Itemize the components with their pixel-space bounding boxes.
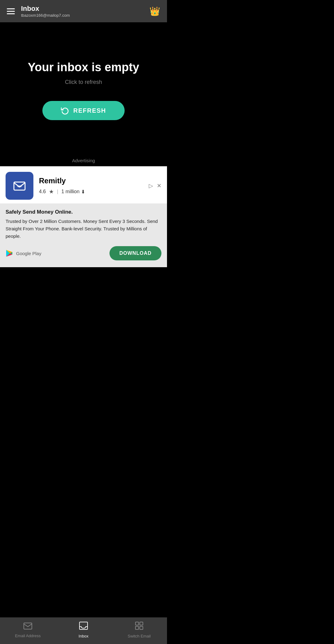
- ad-footer: Google Play DOWNLOAD: [6, 246, 161, 260]
- header-email: tbazoxm166@mailop7.com: [21, 13, 70, 18]
- ad-close-icon[interactable]: ✕: [157, 182, 161, 189]
- refresh-button[interactable]: REFRESH: [42, 101, 125, 120]
- empty-inbox-title: Your inbox is empty: [28, 61, 139, 74]
- main-content: Your inbox is empty Click to refresh REF…: [0, 22, 167, 152]
- app-header: Inbox tbazoxm166@mailop7.com 👑: [0, 0, 167, 22]
- ad-top: Remitly 4.6 ★ | 1 million ⬇ ▷ ✕: [0, 166, 167, 203]
- google-play-label: Google Play: [6, 249, 41, 257]
- header-left: Inbox tbazoxm166@mailop7.com: [7, 5, 70, 17]
- menu-button[interactable]: [7, 8, 15, 14]
- ad-label: Advertising: [0, 152, 167, 166]
- ad-app-logo: [6, 172, 33, 200]
- ad-info: Remitly 4.6 ★ | 1 million ⬇: [39, 176, 143, 195]
- ad-downloads: 1 million ⬇: [61, 189, 85, 195]
- refresh-label: REFRESH: [73, 107, 106, 114]
- header-title: Inbox: [21, 5, 70, 13]
- ad-downloads-value: 1 million: [61, 189, 79, 194]
- ad-rating: 4.6 ★ | 1 million ⬇: [39, 188, 143, 195]
- ad-rating-value: 4.6: [39, 189, 46, 194]
- ad-text: Trusted by Over 2 Million Customers. Mon…: [6, 218, 161, 240]
- ad-controls: ▷ ✕: [149, 182, 161, 189]
- google-play-text: Google Play: [16, 251, 41, 256]
- refresh-icon: [61, 107, 69, 115]
- download-button[interactable]: DOWNLOAD: [109, 246, 161, 260]
- ad-play-icon[interactable]: ▷: [149, 182, 153, 189]
- ad-app-name: Remitly: [39, 176, 143, 185]
- ad-headline: Safely Send Money Online.: [6, 209, 161, 215]
- empty-inbox-subtitle: Click to refresh: [65, 79, 102, 85]
- ad-body: Safely Send Money Online. Trusted by Ove…: [0, 203, 167, 267]
- header-title-block: Inbox tbazoxm166@mailop7.com: [21, 5, 70, 17]
- ad-container: Remitly 4.6 ★ | 1 million ⬇ ▷ ✕ Safely S…: [0, 166, 167, 267]
- star-icon: ★: [49, 188, 54, 195]
- rating-divider: |: [57, 189, 58, 194]
- google-play-icon: [6, 249, 14, 257]
- remitly-logo-icon: [10, 176, 29, 195]
- download-icon: ⬇: [81, 189, 85, 195]
- crown-icon[interactable]: 👑: [149, 6, 160, 16]
